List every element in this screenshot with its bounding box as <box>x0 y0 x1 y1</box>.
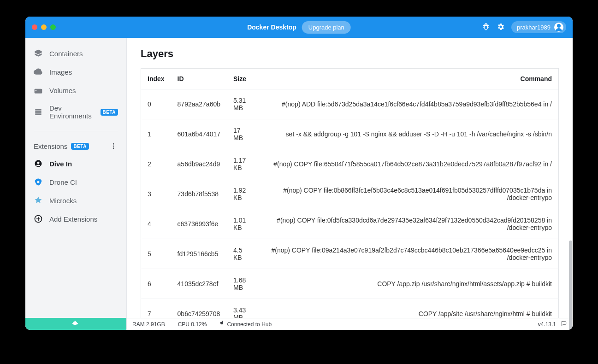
add-icon <box>34 214 43 223</box>
cell-id: 601a6b474017 <box>171 119 227 149</box>
cell-id: 73d6b78f5538 <box>171 179 227 209</box>
main-panel: Layers Index ID Size Command <box>127 38 573 330</box>
dive-in-icon <box>34 159 43 168</box>
col-header-command[interactable]: Command <box>255 69 558 89</box>
beta-badge: BETA <box>101 109 118 116</box>
sidebar-item-label: Dev Environments <box>49 104 94 120</box>
table-row[interactable]: 0 8792aa27a60b 5.31 MB #(nop) ADD file:5… <box>141 89 559 119</box>
status-bar: RAM 2.91GB CPU 0.12% Connected to Hub v4… <box>127 318 573 330</box>
cell-id: 0b6c74259708 <box>171 299 227 318</box>
bug-icon[interactable] <box>482 23 490 32</box>
volumes-icon <box>34 86 43 95</box>
status-version: v4.13.1 <box>538 321 556 328</box>
col-header-id[interactable]: ID <box>171 69 227 89</box>
table-row[interactable]: 6 41035dc278ef 1.68 MB COPY /app.zip /us… <box>141 269 559 299</box>
table-row[interactable]: 4 c63736993f6e 1.01 KB #(nop) COPY file:… <box>141 209 559 239</box>
cell-index: 1 <box>141 119 171 149</box>
extensions-menu-icon[interactable] <box>109 141 118 151</box>
cell-id: fd1295166cb5 <box>171 239 227 269</box>
dev-environments-icon <box>34 107 43 117</box>
scrollbar-thumb[interactable] <box>569 241 572 330</box>
minimize-window-button[interactable] <box>41 24 47 30</box>
cell-size: 17 MB <box>227 119 255 149</box>
cell-command: #(nop) COPY file:0b866ff3fc1ef5b03c4e6c8… <box>255 179 558 209</box>
cell-command: #(nop) COPY file:09a214a3e07c919af2fb2d7… <box>255 239 558 269</box>
sidebar-item-volumes[interactable]: Volumes <box>25 81 126 100</box>
sidebar-item-images[interactable]: Images <box>25 63 126 81</box>
drone-ci-icon <box>34 177 43 187</box>
cell-index: 7 <box>141 299 171 318</box>
extension-microcks[interactable]: Microcks <box>25 191 126 210</box>
user-menu[interactable]: prakhar1989 <box>511 21 566 33</box>
cell-command: #(nop) ADD file:5d673d25da3a14ce1f6cf66e… <box>255 89 558 119</box>
sidebar-item-label: Volumes <box>49 87 76 94</box>
page-title: Layers <box>141 48 559 60</box>
status-ram: RAM 2.91GB <box>132 321 165 328</box>
table-row[interactable]: 7 0b6c74259708 3.43 MB COPY /app/site /u… <box>141 299 559 318</box>
avatar-icon <box>554 23 563 32</box>
extension-label: Drone CI <box>49 178 77 186</box>
table-row[interactable]: 2 a56db9ac24d9 1.17 KB #(nop) COPY file:… <box>141 149 559 179</box>
beta-badge: BETA <box>71 143 89 150</box>
titlebar: Docker Desktop Upgrade plan prakhar1989 <box>25 17 573 38</box>
sidebar-item-containers[interactable]: Containers <box>25 44 126 63</box>
sidebar-item-label: Containers <box>49 50 83 58</box>
table-header-row: Index ID Size Command <box>141 69 559 89</box>
app-title: Docker Desktop <box>247 23 296 31</box>
cell-command: #(nop) COPY file:65504f71f5855ca017fb64d… <box>255 149 558 179</box>
cell-size: 1.68 MB <box>227 269 255 299</box>
svg-point-0 <box>113 143 114 145</box>
username-label: prakhar1989 <box>517 24 551 31</box>
close-window-button[interactable] <box>32 24 37 30</box>
sidebar-item-dev-environments[interactable]: Dev Environments BETA <box>25 100 126 124</box>
sidebar: Containers Images Volumes Dev Environmen… <box>25 38 127 330</box>
cell-index: 3 <box>141 179 171 209</box>
cell-command: COPY /app/site /usr/share/nginx/html # b… <box>255 299 558 318</box>
extension-dive-in[interactable]: Dive In <box>25 154 126 173</box>
cell-id: a56db9ac24d9 <box>171 149 227 179</box>
extensions-header-label: Extensions <box>34 142 67 150</box>
cell-index: 6 <box>141 269 171 299</box>
sidebar-footer[interactable] <box>25 318 126 330</box>
plug-icon <box>219 321 224 328</box>
settings-icon[interactable] <box>497 23 505 32</box>
svg-point-1 <box>113 146 114 147</box>
extension-drone-ci[interactable]: Drone CI <box>25 173 126 191</box>
feedback-icon[interactable] <box>561 320 567 328</box>
svg-point-2 <box>113 147 114 149</box>
table-row[interactable]: 5 fd1295166cb5 4.5 KB #(nop) COPY file:0… <box>141 239 559 269</box>
add-extensions-button[interactable]: Add Extensions <box>25 210 126 228</box>
cell-size: 3.43 MB <box>227 299 255 318</box>
extension-label: Microcks <box>49 197 77 205</box>
status-hub-label: Connected to Hub <box>227 321 272 328</box>
extensions-header: Extensions BETA <box>25 138 126 154</box>
cell-id: 8792aa27a60b <box>171 89 227 119</box>
docker-whale-icon <box>71 319 81 329</box>
status-cpu: CPU 0.12% <box>178 321 207 328</box>
window-controls <box>32 24 56 30</box>
maximize-window-button[interactable] <box>50 24 56 30</box>
extension-label: Dive In <box>49 160 72 168</box>
sidebar-item-label: Images <box>49 68 72 76</box>
col-header-size[interactable]: Size <box>227 69 255 89</box>
svg-point-4 <box>37 162 40 164</box>
app-window: Docker Desktop Upgrade plan prakhar1989 … <box>25 17 573 330</box>
cell-command: #(nop) COPY file:0fd5fca330dcd6a7de29743… <box>255 209 558 239</box>
images-icon <box>34 67 43 76</box>
table-row[interactable]: 3 73d6b78f5538 1.92 KB #(nop) COPY file:… <box>141 179 559 209</box>
cell-id: 41035dc278ef <box>171 269 227 299</box>
cell-size: 4.5 KB <box>227 239 255 269</box>
table-row[interactable]: 1 601a6b474017 17 MB set -x && addgroup … <box>141 119 559 149</box>
cell-index: 0 <box>141 89 171 119</box>
add-extensions-label: Add Extensions <box>49 215 97 223</box>
cell-index: 5 <box>141 239 171 269</box>
upgrade-plan-button[interactable]: Upgrade plan <box>302 21 351 34</box>
cell-command: COPY /app.zip /usr/share/nginx/html/asse… <box>255 269 558 299</box>
status-hub: Connected to Hub <box>219 321 272 328</box>
cell-command: set -x && addgroup -g 101 -S nginx && ad… <box>255 119 558 149</box>
col-header-index[interactable]: Index <box>141 69 171 89</box>
cell-id: c63736993f6e <box>171 209 227 239</box>
layers-table: Index ID Size Command 0 8792aa27a60b 5.3… <box>141 68 559 318</box>
cell-index: 2 <box>141 149 171 179</box>
content-scroll[interactable]: Layers Index ID Size Command <box>127 38 573 318</box>
